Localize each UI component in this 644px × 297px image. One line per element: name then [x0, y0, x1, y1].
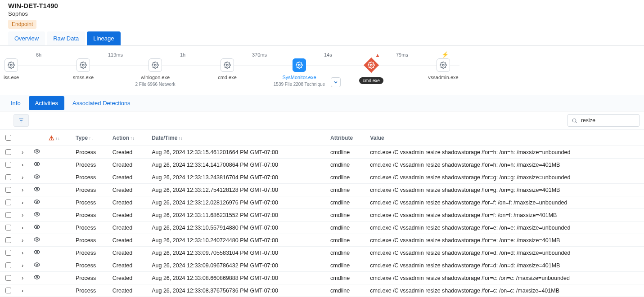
table-row[interactable]: ›ProcessCreatedAug 26, 2024 12:33:10.240…: [0, 234, 644, 247]
eye-icon[interactable]: [33, 249, 41, 255]
tab-info[interactable]: Info: [5, 96, 27, 110]
eye-icon[interactable]: [33, 211, 41, 217]
row-checkbox[interactable]: [5, 187, 11, 193]
table-row[interactable]: ›ProcessCreatedAug 26, 2024 12:33:13.243…: [0, 171, 644, 184]
table-row[interactable]: ›ProcessCreatedAug 26, 2024 12:33:15.461…: [0, 146, 644, 159]
row-checkbox[interactable]: [5, 162, 11, 168]
col-attr[interactable]: Attribute: [327, 130, 366, 146]
search-box[interactable]: [567, 114, 639, 127]
row-checkbox[interactable]: [5, 174, 11, 180]
col-type[interactable]: Type↑↓: [72, 130, 109, 146]
svg-point-21: [36, 264, 38, 266]
cell-type: Process: [72, 272, 109, 284]
cell-attr: cmdline: [327, 284, 366, 297]
row-expand[interactable]: ›: [16, 259, 29, 272]
eye-icon[interactable]: [33, 199, 41, 205]
cell-date: Aug 26, 2024 12:33:14.141700864 PM GMT-0…: [148, 159, 327, 171]
lineage-expand-button[interactable]: [331, 77, 341, 87]
col-value[interactable]: Value: [366, 130, 644, 146]
row-expand[interactable]: ›: [16, 234, 29, 247]
cell-value: cmd.exe /C vssadmin resize shadowstorage…: [366, 259, 644, 272]
svg-point-18: [36, 226, 38, 228]
cell-attr: cmdline: [327, 272, 366, 284]
eye-icon[interactable]: [33, 274, 41, 280]
row-checkbox[interactable]: [5, 225, 11, 231]
cell-attr: cmdline: [327, 146, 366, 159]
row-expand[interactable]: ›: [16, 146, 29, 159]
alert-triangle-icon: ▲: [375, 52, 380, 58]
row-expand[interactable]: ›: [16, 184, 29, 196]
alert-icon: ⚠: [49, 134, 54, 142]
row-checkbox[interactable]: [5, 262, 11, 268]
cell-value: cmd.exe /C vssadmin resize shadowstorage…: [366, 209, 644, 222]
lineage-node-vssadmin-exe[interactable]: ⚡vssadmin.exe: [407, 50, 479, 80]
table-row[interactable]: ›ProcessCreatedAug 26, 2024 12:33:11.686…: [0, 209, 644, 222]
svg-point-20: [36, 251, 38, 253]
cell-action: Created: [109, 259, 148, 272]
eye-icon[interactable]: [33, 186, 41, 192]
cell-type: Process: [72, 209, 109, 222]
svg-point-4: [298, 64, 300, 66]
filter-button[interactable]: [14, 114, 29, 127]
col-action[interactable]: Action↑↓: [109, 130, 148, 146]
row-expand[interactable]: ›: [16, 222, 29, 234]
row-expand[interactable]: ›: [16, 159, 29, 171]
eye-icon[interactable]: [33, 236, 41, 243]
search-input[interactable]: [580, 117, 630, 124]
table-row[interactable]: ›ProcessCreatedAug 26, 2024 12:33:09.705…: [0, 247, 644, 259]
table-row[interactable]: ›ProcessCreatedAug 26, 2024 12:33:12.028…: [0, 196, 644, 209]
row-expand[interactable]: ›: [16, 272, 29, 284]
gear-icon: [149, 58, 162, 72]
cell-type: Process: [72, 259, 109, 272]
table-row[interactable]: ›ProcessCreatedAug 26, 2024 12:33:08.376…: [0, 284, 644, 297]
cell-value: cmd.exe /C vssadmin resize shadowstorage…: [366, 284, 644, 297]
tab-lineage[interactable]: Lineage: [87, 31, 120, 45]
cell-action: Created: [109, 247, 148, 259]
eye-icon[interactable]: [33, 148, 41, 155]
row-checkbox[interactable]: [5, 212, 11, 218]
row-checkbox[interactable]: [5, 250, 11, 256]
row-expand[interactable]: ›: [16, 196, 29, 209]
tab-raw-data[interactable]: Raw Data: [47, 31, 85, 45]
row-expand[interactable]: ›: [16, 209, 29, 222]
row-checkbox[interactable]: [5, 237, 11, 243]
row-expand[interactable]: ›: [16, 284, 29, 297]
cell-action: Created: [109, 234, 148, 247]
cell-type: Process: [72, 222, 109, 234]
table-row[interactable]: ›ProcessCreatedAug 26, 2024 12:33:10.557…: [0, 222, 644, 234]
col-date[interactable]: Date/Time↑↓: [148, 130, 327, 146]
page-subtitle: Sophos: [8, 10, 636, 17]
cell-date: Aug 26, 2024 12:33:10.557914880 PM GMT-0…: [148, 222, 327, 234]
row-checkbox[interactable]: [5, 288, 11, 293]
table-row[interactable]: ›ProcessCreatedAug 26, 2024 12:33:14.141…: [0, 159, 644, 171]
select-all-checkbox[interactable]: [5, 135, 11, 141]
lineage-delay: 6h: [36, 52, 41, 58]
table-row[interactable]: ›ProcessCreatedAug 26, 2024 12:33:08.660…: [0, 272, 644, 284]
row-checkbox[interactable]: [5, 149, 11, 155]
cell-date: Aug 26, 2024 12:33:09.096786432 PM GMT-0…: [148, 259, 327, 272]
table-row[interactable]: ›ProcessCreatedAug 26, 2024 12:33:12.754…: [0, 184, 644, 196]
cell-date: Aug 26, 2024 12:33:13.243816704 PM GMT-0…: [148, 171, 327, 184]
eye-icon[interactable]: [33, 173, 41, 180]
row-checkbox[interactable]: [5, 275, 11, 281]
cell-value: cmd.exe /C vssadmin resize shadowstorage…: [366, 196, 644, 209]
row-checkbox[interactable]: [5, 199, 11, 205]
tab-detections[interactable]: Associated Detections: [66, 96, 137, 110]
eye-icon[interactable]: [33, 161, 41, 167]
tab-overview[interactable]: Overview: [8, 31, 45, 45]
lineage-label: smss.exe: [47, 75, 119, 80]
table-row[interactable]: ›ProcessCreatedAug 26, 2024 12:33:09.096…: [0, 259, 644, 272]
cell-value: cmd.exe /C vssadmin resize shadowstorage…: [366, 272, 644, 284]
tab-activities[interactable]: Activities: [29, 96, 64, 110]
cell-type: Process: [72, 146, 109, 159]
eye-icon[interactable]: [33, 224, 41, 230]
cell-action: Created: [109, 146, 148, 159]
row-expand[interactable]: ›: [16, 171, 29, 184]
cell-attr: cmdline: [327, 159, 366, 171]
eye-icon[interactable]: [33, 262, 41, 268]
search-icon: [572, 118, 577, 124]
lineage-stats: 1539 File 2208 Technique: [263, 82, 335, 87]
cell-action: Created: [109, 272, 148, 284]
activities-table: ⚠↑↓ Type↑↓ Action↑↓ Date/Time↑↓ Attribut…: [0, 130, 644, 297]
row-expand[interactable]: ›: [16, 247, 29, 259]
